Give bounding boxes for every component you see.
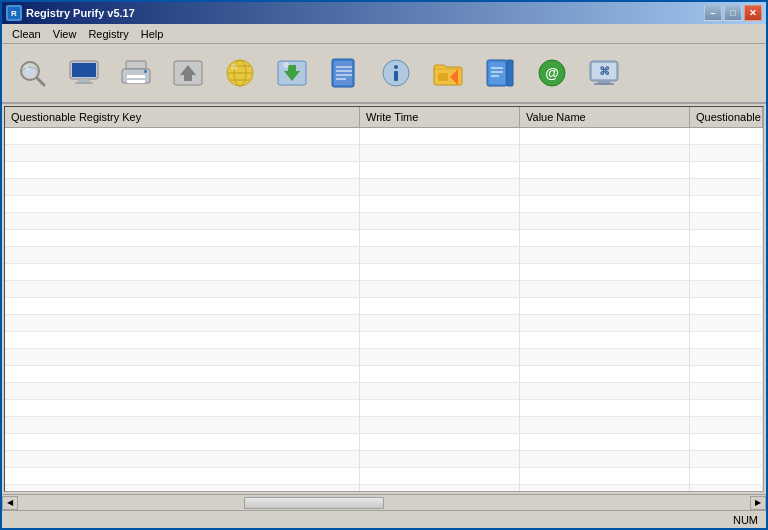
table-row[interactable] xyxy=(5,383,763,400)
menu-registry[interactable]: Registry xyxy=(82,26,134,42)
table-row[interactable] xyxy=(5,434,763,451)
menu-view[interactable]: View xyxy=(47,26,83,42)
cell-write-time xyxy=(360,434,520,450)
table-row[interactable] xyxy=(5,230,763,247)
scan-button[interactable] xyxy=(8,48,56,98)
export-icon xyxy=(170,55,206,91)
table-row[interactable] xyxy=(5,213,763,230)
close-button[interactable]: ✕ xyxy=(744,5,762,21)
svg-rect-8 xyxy=(78,79,90,82)
registry-button[interactable] xyxy=(320,48,368,98)
cell-value-name xyxy=(520,128,690,144)
cell-registry-key xyxy=(5,383,360,399)
cell-value-name xyxy=(520,366,690,382)
backup-button[interactable] xyxy=(476,48,524,98)
title-bar-buttons: – □ ✕ xyxy=(704,5,762,21)
cell-write-time xyxy=(360,468,520,484)
table-row[interactable] xyxy=(5,468,763,485)
toolbar: @ ⌘ xyxy=(2,44,766,104)
table-row[interactable] xyxy=(5,485,763,491)
table-row[interactable] xyxy=(5,366,763,383)
mac-icon: ⌘ xyxy=(586,55,622,91)
cell-registry-key xyxy=(5,366,360,382)
table-row[interactable] xyxy=(5,417,763,434)
cell-write-time xyxy=(360,264,520,280)
export-button[interactable] xyxy=(164,48,212,98)
info-button[interactable] xyxy=(372,48,420,98)
cell-data-referer xyxy=(690,349,763,365)
table-row[interactable] xyxy=(5,264,763,281)
cell-write-time xyxy=(360,383,520,399)
cell-write-time xyxy=(360,417,520,433)
folder-button[interactable] xyxy=(424,48,472,98)
cell-write-time xyxy=(360,451,520,467)
cell-registry-key xyxy=(5,349,360,365)
cell-data-referer xyxy=(690,145,763,161)
cell-value-name xyxy=(520,485,690,491)
cell-value-name xyxy=(520,281,690,297)
col-header-value-name: Value Name xyxy=(520,107,690,127)
cell-registry-key xyxy=(5,417,360,433)
table-row[interactable] xyxy=(5,349,763,366)
mac-button[interactable]: ⌘ xyxy=(580,48,628,98)
menu-help[interactable]: Help xyxy=(135,26,170,42)
menu-clean[interactable]: Clean xyxy=(6,26,47,42)
cell-registry-key xyxy=(5,468,360,484)
cell-write-time xyxy=(360,315,520,331)
download-button[interactable] xyxy=(268,48,316,98)
maximize-button[interactable]: □ xyxy=(724,5,742,21)
computer-button[interactable] xyxy=(60,48,108,98)
cell-registry-key xyxy=(5,400,360,416)
minimize-button[interactable]: – xyxy=(704,5,722,21)
cell-registry-key xyxy=(5,451,360,467)
printer-button[interactable] xyxy=(112,48,160,98)
cell-value-name xyxy=(520,264,690,280)
cell-data-referer xyxy=(690,366,763,382)
table-row[interactable] xyxy=(5,162,763,179)
scroll-left-button[interactable]: ◀ xyxy=(2,496,18,510)
cell-data-referer xyxy=(690,400,763,416)
cell-registry-key xyxy=(5,162,360,178)
table-row[interactable] xyxy=(5,145,763,162)
cell-value-name xyxy=(520,196,690,212)
folder-yellow-icon xyxy=(430,55,466,91)
scroll-right-button[interactable]: ▶ xyxy=(750,496,766,510)
cell-data-referer xyxy=(690,315,763,331)
title-bar-left: R Registry Purify v5.17 xyxy=(6,5,135,21)
svg-rect-14 xyxy=(144,70,147,73)
table-row[interactable] xyxy=(5,281,763,298)
table-row[interactable] xyxy=(5,128,763,145)
table-row[interactable] xyxy=(5,332,763,349)
svg-text:@: @ xyxy=(545,65,559,81)
svg-point-23 xyxy=(231,64,237,70)
table-row[interactable] xyxy=(5,315,763,332)
cell-registry-key xyxy=(5,485,360,491)
registry-icon xyxy=(326,55,362,91)
email-button[interactable]: @ xyxy=(528,48,576,98)
scrollbar-thumb[interactable] xyxy=(244,497,384,509)
table-row[interactable] xyxy=(5,179,763,196)
globe-button[interactable] xyxy=(216,48,264,98)
cell-value-name xyxy=(520,383,690,399)
table-row[interactable] xyxy=(5,298,763,315)
cell-registry-key xyxy=(5,264,360,280)
horizontal-scrollbar[interactable]: ◀ ▶ xyxy=(2,494,766,510)
cell-write-time xyxy=(360,162,520,178)
table-row[interactable] xyxy=(5,196,763,213)
table-row[interactable] xyxy=(5,451,763,468)
svg-rect-28 xyxy=(334,61,352,85)
table-row[interactable] xyxy=(5,400,763,417)
table-row[interactable] xyxy=(5,247,763,264)
cell-data-referer xyxy=(690,128,763,144)
cell-registry-key xyxy=(5,332,360,348)
cell-value-name xyxy=(520,247,690,263)
cell-data-referer xyxy=(690,213,763,229)
svg-rect-35 xyxy=(394,71,398,81)
svg-rect-36 xyxy=(438,73,448,81)
svg-rect-48 xyxy=(598,81,610,83)
cell-write-time xyxy=(360,230,520,246)
cell-write-time xyxy=(360,485,520,491)
cell-write-time xyxy=(360,400,520,416)
svg-rect-9 xyxy=(75,82,93,84)
cell-value-name xyxy=(520,162,690,178)
